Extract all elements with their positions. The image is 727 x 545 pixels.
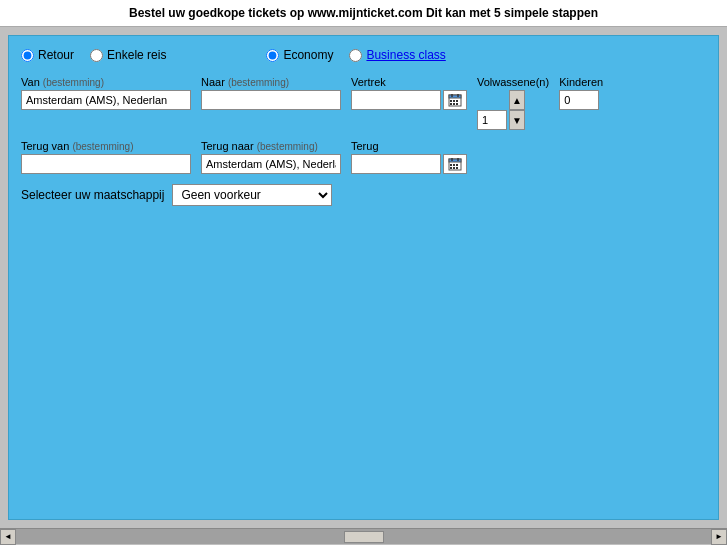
terug-naar-field: Terug naar (bestemming) <box>201 140 341 174</box>
business-option[interactable]: Business class <box>349 48 445 62</box>
scrollbar-left-btn[interactable]: ◄ <box>0 529 16 545</box>
scrollbar-track: ◄ ► <box>0 529 727 544</box>
terug-wrap <box>351 154 467 174</box>
economy-label: Economy <box>283 48 333 62</box>
vertrek-label: Vertrek <box>351 76 467 88</box>
svg-rect-9 <box>456 103 458 105</box>
row-2: Terug van (bestemming) Terug naar (beste… <box>21 140 706 174</box>
blue-panel: Retour Enkele reis Economy Business clas… <box>8 35 719 520</box>
terug-calendar-icon <box>448 157 462 171</box>
retour-radio[interactable] <box>21 49 34 62</box>
terug-field: Terug <box>351 140 467 174</box>
svg-rect-18 <box>453 167 455 169</box>
vertrek-field: Vertrek <box>351 76 467 110</box>
van-label: Van (bestemming) <box>21 76 191 88</box>
svg-rect-1 <box>449 95 461 98</box>
maatschappij-label: Selecteer uw maatschappij <box>21 188 164 202</box>
vertrek-wrap <box>351 90 467 110</box>
van-input[interactable] <box>21 90 191 110</box>
maatschappij-row: Selecteer uw maatschappij Geen voorkeur … <box>21 184 706 206</box>
volwassene-up-btn[interactable]: ▲ <box>509 90 525 110</box>
enkele-reis-label: Enkele reis <box>107 48 166 62</box>
terug-label: Terug <box>351 140 467 152</box>
naar-field: Naar (bestemming) <box>201 76 341 110</box>
kinderen-field: Kinderen <box>559 76 603 110</box>
naar-input[interactable] <box>201 90 341 110</box>
volwassene-label: Volwassene(n) <box>477 76 549 88</box>
svg-rect-14 <box>450 164 452 166</box>
svg-rect-19 <box>456 167 458 169</box>
class-type-group: Economy Business class <box>266 48 445 62</box>
volwassene-spinner: ▲ ▼ <box>509 90 525 130</box>
enkele-reis-option[interactable]: Enkele reis <box>90 48 166 62</box>
vertrek-calendar-btn[interactable] <box>443 90 467 110</box>
enkele-reis-radio[interactable] <box>90 49 103 62</box>
vertrek-input[interactable] <box>351 90 441 110</box>
terug-van-input[interactable] <box>21 154 191 174</box>
volwassene-field: Volwassene(n) ▲ ▼ <box>477 76 549 130</box>
radio-row: Retour Enkele reis Economy Business clas… <box>21 48 706 62</box>
volwassene-input[interactable] <box>477 110 507 130</box>
svg-rect-6 <box>456 100 458 102</box>
volwassene-down-btn[interactable]: ▼ <box>509 110 525 130</box>
svg-rect-7 <box>450 103 452 105</box>
business-label: Business class <box>366 48 445 62</box>
svg-rect-11 <box>449 159 461 162</box>
maatschappij-select[interactable]: Geen voorkeur KLM Lufthansa British Airw… <box>172 184 332 206</box>
van-field: Van (bestemming) <box>21 76 191 110</box>
bottom-scrollbar: ◄ ► <box>0 528 727 544</box>
terug-input[interactable] <box>351 154 441 174</box>
economy-radio[interactable] <box>266 49 279 62</box>
svg-rect-4 <box>450 100 452 102</box>
terug-calendar-btn[interactable] <box>443 154 467 174</box>
svg-rect-8 <box>453 103 455 105</box>
retour-label: Retour <box>38 48 74 62</box>
terug-naar-input[interactable] <box>201 154 341 174</box>
business-radio[interactable] <box>349 49 362 62</box>
terug-van-field: Terug van (bestemming) <box>21 140 191 174</box>
calendar-icon <box>448 93 462 107</box>
retour-option[interactable]: Retour <box>21 48 74 62</box>
header-text: Bestel uw goedkope tickets op www.mijnti… <box>129 6 598 20</box>
volwassene-wrap: ▲ ▼ <box>477 90 549 130</box>
scrollbar-track-area[interactable] <box>16 529 711 544</box>
trip-type-group: Retour Enkele reis <box>21 48 166 62</box>
main-container: Retour Enkele reis Economy Business clas… <box>0 27 727 544</box>
terug-van-label: Terug van (bestemming) <box>21 140 191 152</box>
svg-rect-17 <box>450 167 452 169</box>
svg-rect-5 <box>453 100 455 102</box>
kinderen-label: Kinderen <box>559 76 603 88</box>
economy-option[interactable]: Economy <box>266 48 333 62</box>
kinderen-input[interactable] <box>559 90 599 110</box>
terug-naar-label: Terug naar (bestemming) <box>201 140 341 152</box>
row-1: Van (bestemming) Naar (bestemming) Vertr… <box>21 76 706 130</box>
naar-label: Naar (bestemming) <box>201 76 341 88</box>
scrollbar-right-btn[interactable]: ► <box>711 529 727 545</box>
header-bar: Bestel uw goedkope tickets op www.mijnti… <box>0 0 727 27</box>
svg-rect-16 <box>456 164 458 166</box>
scrollbar-thumb[interactable] <box>344 531 384 543</box>
svg-rect-15 <box>453 164 455 166</box>
